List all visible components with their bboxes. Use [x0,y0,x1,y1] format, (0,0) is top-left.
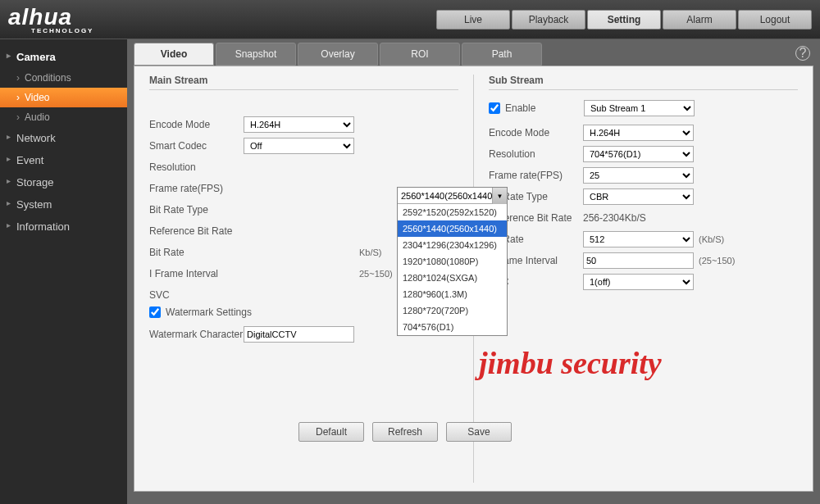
sub-enable-label: Enable [505,102,579,114]
resolution-option[interactable]: 2560*1440(2560x1440) [398,220,507,237]
sub-brtype-select[interactable]: CBR [583,188,694,205]
resolution-dropdown-head[interactable]: 2560*1440(2560x1440) ▼ [398,188,507,204]
bitrate-label: Bit Rate [149,247,244,258]
top-nav: LivePlaybackSettingAlarmLogout [436,10,812,30]
resolution-dropdown[interactable]: 2560*1440(2560x1440) ▼ 2592*1520(2592x15… [397,187,508,336]
sub-stream-select[interactable]: Sub Stream 1 [584,100,695,116]
sidebar-cat-network[interactable]: Network [0,127,127,149]
watermark-char-input[interactable] [244,326,354,343]
sub-fps-label: Frame rate(FPS) [489,170,583,181]
watermark-char-label: Watermark Character [149,329,244,340]
sidebar-cat-camera[interactable]: Camera [0,46,127,68]
resolution-label: Resolution [149,161,244,173]
watermark-label: Watermark Settings [166,306,252,318]
sub-iframe-input[interactable] [583,252,694,269]
sub-refbr-value: 256-2304Kb/S [583,212,646,224]
help-icon[interactable]: ? [795,46,810,61]
tab-overlay[interactable]: Overlay [298,43,378,66]
topnav-playback[interactable]: Playback [512,10,585,30]
resolution-option[interactable]: 2592*1520(2592x1520) [398,204,507,220]
smart-codec-label: Smart Codec [149,140,244,152]
smart-codec-select[interactable]: Off [244,138,354,154]
sub-encode-select[interactable]: H.264H [583,125,694,141]
svc-label: SVC [149,289,244,301]
bitrate-suffix: Kb/S) [359,247,382,257]
sidebar-cat-information[interactable]: Information [0,216,127,238]
sidebar-cat-event[interactable]: Event [0,149,127,171]
sidebar: Camera ConditionsVideoAudio NetworkEvent… [0,39,127,504]
tab-snapshot[interactable]: Snapshot [216,43,296,66]
tab-path[interactable]: Path [462,43,542,66]
default-button[interactable]: Default [298,422,364,442]
sub-iframe-suffix: (25~150) [699,256,735,266]
resolution-option[interactable]: 1920*1080(1080P) [398,253,507,270]
save-button[interactable]: Save [446,422,512,442]
resolution-option[interactable]: 2304*1296(2304x1296) [398,237,507,253]
ref-bitrate-label: Reference Bit Rate [149,225,244,237]
main-stream-title: Main Stream [149,75,458,90]
sidebar-item-video[interactable]: Video [0,88,127,107]
sidebar-cat-storage[interactable]: Storage [0,171,127,193]
sub-encode-label: Encode Mode [489,127,583,138]
sub-enable-checkbox[interactable] [489,102,500,114]
refresh-button[interactable]: Refresh [372,422,438,442]
iframe-suffix: 25~150) [359,269,393,279]
sub-res-label: Resolution [489,148,583,160]
encode-mode-select[interactable]: H.264H [244,116,354,133]
sidebar-item-audio[interactable]: Audio [0,107,127,127]
resolution-option[interactable]: 1280*960(1.3M) [398,286,507,302]
logo: alhua TECHNOLOGY [8,4,436,34]
topnav-setting[interactable]: Setting [587,10,661,30]
sub-br-suffix: (Kb/S) [699,234,724,244]
topnav-alarm[interactable]: Alarm [663,10,736,30]
chevron-down-icon[interactable]: ▼ [492,188,507,204]
tab-roi[interactable]: ROI [380,43,460,66]
resolution-option[interactable]: 1280*720(720P) [398,302,507,319]
watermark-checkbox[interactable] [149,306,161,318]
sidebar-item-conditions[interactable]: Conditions [0,68,127,88]
iframe-label: I Frame Interval [149,268,244,279]
encode-mode-label: Encode Mode [149,119,244,130]
tabs: VideoSnapshotOverlayROIPath [127,39,820,66]
sidebar-cat-system[interactable]: System [0,193,127,216]
sub-stream-title: Sub Stream [489,75,798,90]
topnav-live[interactable]: Live [436,10,510,30]
sub-svc-select[interactable]: 1(off) [583,274,694,290]
sub-br-select[interactable]: 512 [583,231,694,247]
topnav-logout[interactable]: Logout [738,10,812,30]
tab-video[interactable]: Video [134,43,214,66]
resolution-option[interactable]: 704*576(D1) [398,319,507,335]
sub-fps-select[interactable]: 25 [583,167,694,184]
fps-label: Frame rate(FPS) [149,183,244,194]
bitrate-type-label: Bit Rate Type [149,204,244,216]
sub-res-select[interactable]: 704*576(D1) [583,146,694,162]
resolution-option[interactable]: 1280*1024(SXGA) [398,270,507,286]
